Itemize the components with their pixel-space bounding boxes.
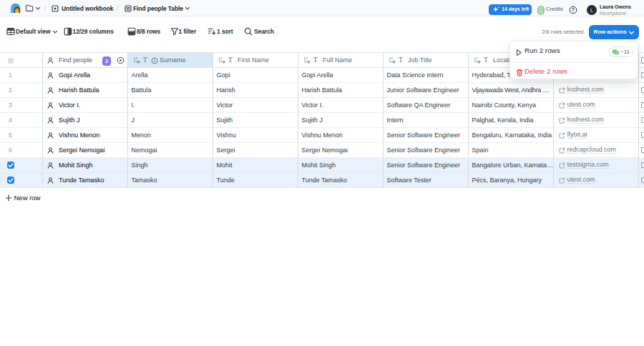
svg-text:?: ? — [572, 7, 575, 12]
